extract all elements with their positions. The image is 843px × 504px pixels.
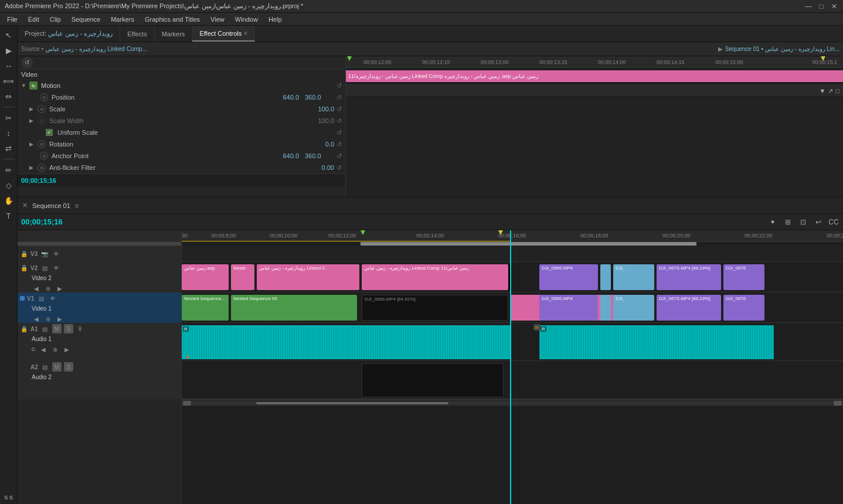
- v3-eye-icon[interactable]: 👁: [52, 249, 61, 258]
- v2-clip-2[interactable]: Neste: [231, 264, 254, 290]
- a1-mic-icon[interactable]: 🎙: [76, 324, 85, 333]
- anchor-stopwatch[interactable]: ⊙: [40, 152, 48, 160]
- v2-next-btn[interactable]: ▶: [55, 284, 64, 293]
- v2-clip-8[interactable]: DJI_067S.MP4 [88.19%]: [657, 264, 721, 290]
- v1-clip-1[interactable]: Nested Sequence 04: [182, 295, 229, 321]
- scroll-track[interactable]: [192, 402, 832, 404]
- scroll-left-btn[interactable]: [183, 401, 191, 406]
- a2-camera-icon[interactable]: ▤: [40, 362, 50, 372]
- v2-clip-3[interactable]: رویدارچیره - زمین عباس Linked C: [257, 264, 359, 290]
- slip-tool[interactable]: ↕: [2, 126, 16, 140]
- reset-all-icon[interactable]: ↺: [21, 57, 33, 69]
- link-tool[interactable]: ⊡: [797, 216, 809, 228]
- tab-markers[interactable]: Markers: [155, 26, 193, 42]
- scroll-right-btn[interactable]: [834, 401, 842, 406]
- anchor-x-value[interactable]: 640.0: [270, 152, 299, 159]
- anchor-y-value[interactable]: 360.0: [305, 152, 334, 159]
- selection-tool[interactable]: ↖: [2, 28, 16, 42]
- type-tool[interactable]: T: [2, 209, 16, 223]
- tab-effect-controls[interactable]: Effect Controls ≡: [192, 26, 255, 42]
- v2-lock-icon[interactable]: 🔒: [20, 264, 28, 272]
- ripple-edit-tool[interactable]: ↔: [2, 59, 16, 73]
- v1-clip-3[interactable]: DJI_0666.MP4 [84.62%]: [362, 295, 508, 321]
- anti-flicker-value[interactable]: 0.00: [305, 164, 334, 171]
- hand-tool[interactable]: ✋: [2, 193, 16, 207]
- rotation-expand[interactable]: ▶: [29, 141, 35, 147]
- add-anchor-tool[interactable]: ◇: [2, 178, 16, 192]
- ec-settings-icon[interactable]: □: [835, 87, 839, 94]
- v1-next-btn[interactable]: ▶: [55, 314, 64, 323]
- scroll-thumb[interactable]: [256, 402, 448, 404]
- v2-clip-7[interactable]: DJI_: [613, 264, 654, 290]
- v2-prev-btn[interactable]: ◀: [32, 284, 41, 293]
- uniform-scale-checkbox[interactable]: ✓: [46, 129, 53, 136]
- position-reset[interactable]: ↺: [336, 94, 342, 101]
- menu-edit[interactable]: Edit: [23, 15, 44, 24]
- menu-help[interactable]: Help: [264, 15, 287, 24]
- menu-view[interactable]: View: [206, 15, 229, 24]
- v1-clip-9[interactable]: DJI_0676: [723, 295, 764, 321]
- scale-width-expand[interactable]: ▶: [29, 118, 35, 124]
- captions-tool[interactable]: CC: [828, 216, 839, 228]
- menu-graphics[interactable]: Graphics and Titles: [140, 15, 205, 24]
- anti-flicker-reset[interactable]: ↺: [336, 164, 342, 172]
- a1-prev-btn[interactable]: ◀: [39, 345, 48, 354]
- scale-stopwatch[interactable]: ⊙: [38, 105, 46, 113]
- menu-window[interactable]: Window: [230, 15, 263, 24]
- close-button[interactable]: ✕: [830, 2, 838, 11]
- time-ruler[interactable]: 30 00;00;8;00 00;00;10;00 00;00;12;00 00…: [182, 230, 843, 242]
- tab-project[interactable]: Project: رویدارچیره - زمین عباس: [18, 26, 120, 42]
- rolling-edit-tool[interactable]: ⟺: [2, 74, 16, 88]
- a1-add-btn[interactable]: ⊕: [50, 345, 60, 354]
- minimize-button[interactable]: —: [804, 2, 813, 11]
- a1-camera-icon[interactable]: ▤: [40, 324, 50, 333]
- menu-markers[interactable]: Markers: [106, 15, 139, 24]
- v1-camera-icon[interactable]: ▤: [36, 294, 46, 303]
- panel-menu-icon[interactable]: ≡: [244, 30, 247, 36]
- position-stopwatch[interactable]: ⊙: [40, 93, 48, 101]
- v1-clip-7[interactable]: DJI_: [613, 295, 654, 321]
- v1-clip-5[interactable]: DJI_0666.MP4: [539, 295, 598, 321]
- track-select-tool[interactable]: ▶: [2, 43, 16, 57]
- v1-add-btn[interactable]: ⊕: [43, 314, 53, 323]
- timeline-timecode[interactable]: 00;00;15;16: [21, 217, 63, 226]
- ec-filter-icon[interactable]: ▼: [819, 87, 825, 94]
- snap-tool[interactable]: ⊞: [782, 216, 794, 228]
- v2-eye-icon[interactable]: 👁: [52, 263, 61, 273]
- menu-sequence[interactable]: Sequence: [67, 15, 106, 24]
- v1-clip-2[interactable]: Nested Sequence 05: [231, 295, 357, 321]
- a1-s-btn[interactable]: S: [64, 324, 73, 333]
- playhead-line[interactable]: [510, 230, 511, 504]
- v2-clip-4[interactable]: رویدارچیره - زمین عباس Linked Comp 11/زم…: [362, 264, 508, 290]
- position-x-value[interactable]: 640.0: [270, 94, 299, 101]
- menu-file[interactable]: File: [2, 15, 22, 24]
- v1-clip-8[interactable]: DJI_067S.MP4 [88.19%]: [657, 295, 721, 321]
- a2-m-btn[interactable]: M: [52, 362, 62, 372]
- motion-expand[interactable]: ▼: [21, 83, 27, 88]
- v1-clip-6[interactable]: [600, 295, 611, 321]
- scale-value[interactable]: 100.0: [305, 105, 334, 113]
- rotation-value[interactable]: 0.0: [305, 141, 334, 148]
- razor-tool[interactable]: ✂: [2, 111, 16, 125]
- v2-clip-6[interactable]: [600, 264, 611, 290]
- rotation-reset[interactable]: ↺: [336, 141, 342, 148]
- v3-lock-icon[interactable]: 🔒: [20, 250, 28, 258]
- rotation-stopwatch[interactable]: ⊙: [38, 140, 46, 148]
- ec-jump-icon[interactable]: ↗: [828, 87, 833, 95]
- scale-width-reset[interactable]: ↺: [336, 117, 342, 125]
- motion-label[interactable]: Motion: [41, 82, 334, 89]
- v2-clip-1[interactable]: زمین عباس.aep: [182, 264, 229, 290]
- a1-audio-clip-1[interactable]: R: [182, 325, 510, 359]
- anchor-reset[interactable]: ↺: [336, 152, 342, 160]
- anti-flicker-stopwatch[interactable]: ⊙: [38, 164, 46, 172]
- sequence-label[interactable]: Sequence 01 • رویدارچیره - زمین عباس Lin…: [725, 46, 839, 52]
- auto-match-tool[interactable]: ↩: [813, 216, 824, 228]
- v1-eye-icon[interactable]: 👁: [48, 294, 57, 303]
- scale-expand[interactable]: ▶: [29, 106, 35, 112]
- add-marker-tool[interactable]: ✦: [767, 216, 779, 228]
- tab-effects[interactable]: Effects: [120, 26, 154, 42]
- v2-clip-9[interactable]: DJI_0676: [723, 264, 764, 290]
- source-arrow[interactable]: ▶: [718, 46, 723, 52]
- a1-audio-clip-2[interactable]: R: [539, 325, 774, 359]
- menu-clip[interactable]: Clip: [45, 15, 66, 24]
